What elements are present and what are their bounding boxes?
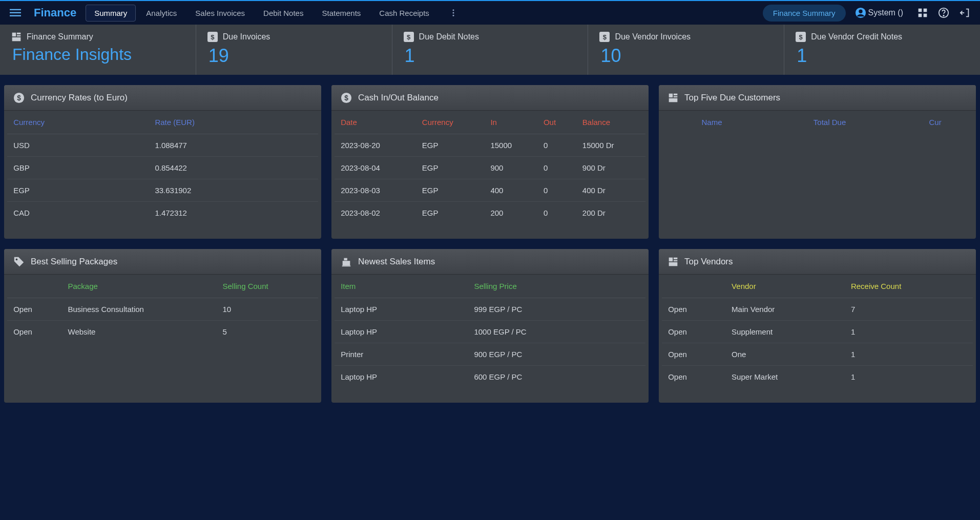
svg-rect-15 <box>17 33 21 34</box>
table-cell: 900 <box>484 157 537 179</box>
svg-rect-8 <box>919 9 922 12</box>
cash-register-icon <box>341 256 352 267</box>
table-cell: 0 <box>537 179 576 202</box>
invoice-icon: $ <box>207 32 218 42</box>
apps-grid-icon[interactable] <box>914 5 931 21</box>
table-cell: Laptop HP <box>335 366 468 388</box>
table-row: Laptop HP600 EGP / PC <box>335 366 645 388</box>
svg-rect-30 <box>669 257 673 261</box>
hamburger-menu-icon[interactable] <box>6 4 25 22</box>
table-row: 2023-08-02EGP2000200 Dr <box>335 202 645 224</box>
open-link[interactable]: Open <box>662 298 725 321</box>
open-link[interactable]: Open <box>662 343 725 366</box>
column-header: Package <box>62 275 217 298</box>
svg-point-4 <box>452 12 454 14</box>
stat-label: Due Debit Notes <box>419 32 479 41</box>
table-cell: 15000 <box>484 134 537 157</box>
stat-due-debit-notes[interactable]: $ Due Debit Notes 1 <box>392 25 589 75</box>
table-row: USD1.088477 <box>7 134 318 157</box>
panel-title: Cash In/Out Balance <box>358 93 439 103</box>
tab-statements[interactable]: Statements <box>314 5 369 21</box>
panel-title: Top Vendors <box>684 257 733 267</box>
table-cell: 33.631902 <box>149 179 318 202</box>
table-row: OpenBusiness Consultation10 <box>7 298 318 321</box>
open-link[interactable]: Open <box>662 321 725 343</box>
tab-cash-receipts[interactable]: Cash Receipts <box>371 5 437 21</box>
stat-due-invoices[interactable]: $ Due Invoices 19 <box>196 25 392 75</box>
table-row: GBP0.854422 <box>7 157 318 179</box>
table-row: 2023-08-03EGP4000400 Dr <box>335 179 645 202</box>
table-row: CAD1.472312 <box>7 202 318 224</box>
logout-icon[interactable] <box>956 4 974 22</box>
column-header: Balance <box>576 111 645 134</box>
top-bar: Finance SummaryAnalyticsSales InvoicesDe… <box>0 0 980 25</box>
table-row: OpenMain Vendor7 <box>662 298 973 321</box>
column-header: In <box>484 111 537 134</box>
tab-sales-invoices[interactable]: Sales Invoices <box>187 5 253 21</box>
svg-rect-25 <box>669 98 678 102</box>
table-cell: 7 <box>845 298 973 321</box>
table-cell: 15000 Dr <box>576 134 645 157</box>
svg-rect-23 <box>674 93 678 95</box>
dashboard-icon <box>668 257 678 267</box>
finance-summary-chip[interactable]: Finance Summary <box>763 5 846 22</box>
open-link[interactable]: Open <box>7 298 61 321</box>
table-row: Laptop HP999 EGP / PC <box>335 298 645 321</box>
help-icon[interactable] <box>935 4 952 22</box>
table-cell: EGP <box>7 179 149 202</box>
table-row: Laptop HP1000 EGP / PC <box>335 321 645 343</box>
panel-body[interactable]: ItemSelling PriceLaptop HP999 EGP / PCLa… <box>331 275 649 403</box>
svg-point-5 <box>452 15 454 16</box>
table-row: OpenWebsite5 <box>7 321 318 343</box>
panel-body[interactable]: CurrencyRate (EUR)USD1.088477GBP0.854422… <box>4 111 321 239</box>
tab-analytics[interactable]: Analytics <box>138 5 185 21</box>
user-label: System () <box>868 8 903 17</box>
panel-body[interactable]: VendorReceive CountOpenMain Vendor7OpenS… <box>659 275 976 403</box>
column-header: Selling Count <box>216 275 318 298</box>
svg-rect-2 <box>10 15 21 16</box>
table-cell: 1 <box>845 343 973 366</box>
svg-rect-1 <box>10 12 21 13</box>
dashboard-grid: $ Currency Rates (to Euro) CurrencyRate … <box>0 76 980 520</box>
svg-rect-14 <box>12 33 16 36</box>
svg-rect-22 <box>669 93 673 97</box>
table-cell: One <box>725 343 845 366</box>
table-cell: 5 <box>216 321 318 343</box>
table-cell: 1.088477 <box>149 134 318 157</box>
svg-rect-17 <box>12 37 21 41</box>
tab-summary[interactable]: Summary <box>86 5 136 22</box>
dashboard-icon <box>11 32 22 42</box>
open-link[interactable]: Open <box>662 366 725 388</box>
table-cell: GBP <box>7 157 149 179</box>
svg-rect-29 <box>342 265 351 266</box>
table-cell: 400 <box>484 179 537 202</box>
panel-title: Currency Rates (to Euro) <box>31 93 128 103</box>
column-header: Name <box>662 111 762 134</box>
account-circle-icon <box>855 7 866 18</box>
user-menu[interactable]: System () <box>855 7 903 18</box>
stat-due-vendor-credit-notes[interactable]: $ Due Vendor Credit Notes 1 <box>784 25 980 75</box>
more-vert-icon[interactable] <box>446 5 461 20</box>
tab-debit-notes[interactable]: Debit Notes <box>255 5 311 21</box>
table-row: 2023-08-20EGP15000015000 Dr <box>335 134 645 157</box>
panel-body[interactable]: DateCurrencyInOutBalance2023-08-20EGP150… <box>331 111 649 239</box>
table-row: EGP33.631902 <box>7 179 318 202</box>
svg-point-7 <box>859 10 862 13</box>
dollar-circle-icon: $ <box>341 92 352 103</box>
table-cell: 200 Dr <box>576 202 645 224</box>
svg-rect-11 <box>924 14 927 17</box>
table-row: OpenSuper Market1 <box>662 366 973 388</box>
stat-label: Due Vendor Invoices <box>615 32 691 41</box>
stat-value: 10 <box>600 45 773 67</box>
panel-body[interactable]: NameTotal DueCur <box>659 111 976 239</box>
panel-body[interactable]: PackageSelling CountOpenBusiness Consult… <box>4 275 321 403</box>
table-cell: EGP <box>416 202 485 224</box>
panel-title: Newest Sales Items <box>358 257 435 267</box>
table-cell: Printer <box>335 343 468 366</box>
svg-rect-10 <box>919 14 922 17</box>
table-cell: 2023-08-20 <box>335 134 416 157</box>
open-link[interactable]: Open <box>7 321 61 343</box>
table-cell: 600 EGP / PC <box>468 366 645 388</box>
stat-due-vendor-invoices[interactable]: $ Due Vendor Invoices 10 <box>588 25 784 75</box>
table-cell: Business Consultation <box>62 298 217 321</box>
